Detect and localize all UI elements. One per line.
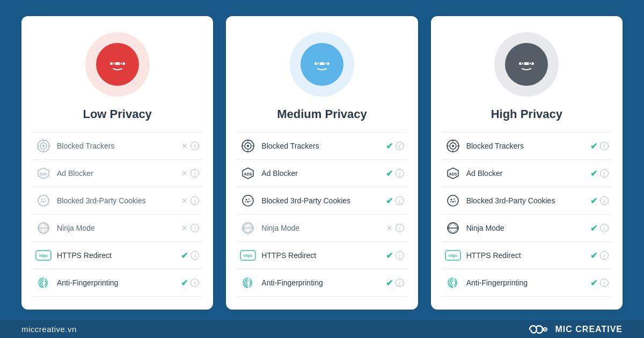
check-icon: ✔ — [386, 196, 393, 206]
low-fingerprint-status: ✔ i — [181, 278, 199, 288]
low-cookies-row: Blocked 3rd-Party Cookies ✕ i — [32, 187, 202, 215]
fingerprint-icon — [35, 275, 52, 291]
med-trackers-label: Blocked Trackers — [261, 142, 380, 150]
svg-point-39 — [246, 199, 247, 201]
high-https-status: ✔ i — [590, 251, 609, 261]
https-icon: https — [445, 247, 461, 263]
medium-privacy-card: Medium Privacy Blocked Trackers ✔ i ADS … — [226, 16, 418, 310]
main-area: Low Privacy Blocked Trackers ✕ i ADS Ad … — [0, 0, 644, 320]
info-icon: i — [396, 169, 404, 178]
low-ninja-row: Ninja Mode ✕ i — [32, 215, 202, 242]
low-ninja-label: Ninja Mode — [57, 224, 176, 232]
tracker-icon — [35, 138, 52, 154]
cross-icon: ✕ — [181, 196, 188, 205]
check-icon: ✔ — [181, 251, 188, 261]
svg-point-66 — [450, 201, 451, 202]
low-ads-label: Ad Blocker — [57, 169, 176, 178]
high-ads-label: Ad Blocker — [466, 169, 585, 178]
high-cookies-status: ✔ i — [590, 196, 609, 206]
high-cookies-label: Blocked 3rd-Party Cookies — [466, 196, 585, 205]
high-privacy-card: High Privacy Blocked Trackers ✔ i ADS Ad… — [431, 16, 623, 310]
svg-point-29 — [325, 63, 326, 64]
ninja-icon — [445, 220, 461, 236]
check-icon: ✔ — [590, 251, 597, 261]
high-ninja-status: ✔ i — [590, 223, 609, 233]
low-ads-row: ADS Ad Blocker ✕ i — [32, 160, 202, 187]
high-icon-wrapper — [494, 32, 559, 97]
tracker-icon — [240, 138, 256, 154]
svg-text:https: https — [244, 254, 252, 258]
check-icon: ✔ — [590, 168, 597, 179]
high-feature-list: Blocked Trackers ✔ i ADS Ad Blocker ✔ i — [442, 132, 612, 297]
high-trackers-status: ✔ i — [590, 141, 609, 151]
low-icon-inner — [96, 43, 139, 86]
low-spy-icon — [105, 52, 130, 77]
ninja-icon — [35, 220, 52, 236]
svg-point-62 — [448, 195, 458, 206]
med-cookies-row: Blocked 3rd-Party Cookies ✔ i — [237, 187, 407, 215]
high-https-label: HTTPS Redirect — [466, 251, 585, 260]
brand-logo-icon — [528, 322, 549, 337]
low-fingerprint-row: Anti-Fingerprinting ✔ i — [32, 269, 202, 297]
check-icon: ✔ — [590, 196, 597, 206]
info-icon: i — [600, 278, 609, 287]
svg-point-19 — [45, 201, 46, 202]
high-spy-icon — [514, 52, 539, 77]
svg-point-42 — [245, 201, 246, 202]
low-trackers-status: ✕ i — [181, 142, 199, 150]
check-icon: ✔ — [386, 278, 393, 288]
svg-text:ADS: ADS — [40, 172, 48, 176]
med-fingerprint-status: ✔ i — [386, 278, 404, 288]
cross-icon: ✕ — [181, 224, 188, 232]
svg-point-43 — [250, 201, 251, 202]
svg-point-52 — [522, 63, 524, 64]
svg-point-32 — [247, 145, 249, 147]
med-icon-inner — [301, 43, 343, 86]
svg-point-15 — [41, 199, 43, 201]
cookies-icon — [35, 193, 52, 209]
fingerprint-icon — [445, 275, 461, 291]
svg-point-53 — [530, 63, 531, 64]
svg-text:ADS: ADS — [244, 172, 252, 176]
low-ninja-status: ✕ i — [181, 224, 199, 232]
https-icon: https — [240, 247, 256, 263]
info-icon: i — [600, 169, 609, 178]
med-ninja-status: ✕ i — [386, 224, 404, 232]
check-icon: ✔ — [386, 251, 393, 261]
low-privacy-card: Low Privacy Blocked Trackers ✕ i ADS Ad … — [21, 16, 213, 310]
high-fingerprint-status: ✔ i — [590, 278, 609, 288]
https-icon: https — [35, 247, 52, 263]
ads-icon: ADS — [240, 165, 256, 181]
low-trackers-row: Blocked Trackers ✕ i — [32, 133, 202, 160]
svg-point-64 — [453, 199, 455, 200]
info-icon: i — [191, 196, 199, 205]
med-ninja-label: Ninja Mode — [261, 224, 380, 232]
med-https-label: HTTPS Redirect — [261, 251, 380, 260]
med-spy-icon — [309, 52, 335, 77]
high-icon-inner — [505, 43, 548, 86]
high-fingerprint-row: Anti-Fingerprinting ✔ i — [442, 269, 612, 297]
med-trackers-row: Blocked Trackers ✔ i — [237, 133, 407, 160]
footer-brand-name: MIC CREATIVE — [555, 325, 623, 334]
cross-icon: ✕ — [181, 169, 188, 178]
ads-icon: ADS — [445, 165, 461, 181]
svg-point-65 — [452, 201, 453, 203]
info-icon: i — [600, 142, 609, 150]
svg-text:https: https — [449, 254, 457, 258]
svg-point-73 — [544, 328, 545, 329]
svg-text:ADS: ADS — [449, 172, 457, 176]
high-ads-row: ADS Ad Blocker ✔ i — [442, 160, 612, 187]
svg-point-38 — [243, 195, 253, 206]
high-ads-status: ✔ i — [590, 168, 609, 179]
low-icon-wrapper — [85, 32, 150, 97]
check-icon: ✔ — [590, 278, 597, 288]
svg-point-67 — [455, 201, 456, 202]
low-https-label: HTTPS Redirect — [57, 251, 175, 260]
high-fingerprint-label: Anti-Fingerprinting — [466, 278, 585, 287]
med-feature-list: Blocked Trackers ✔ i ADS Ad Blocker ✔ i — [237, 132, 407, 297]
med-ads-label: Ad Blocker — [261, 169, 380, 178]
info-icon: i — [396, 196, 404, 205]
check-icon: ✔ — [386, 168, 393, 179]
low-ads-status: ✕ i — [181, 169, 199, 178]
med-trackers-status: ✔ i — [386, 141, 404, 151]
